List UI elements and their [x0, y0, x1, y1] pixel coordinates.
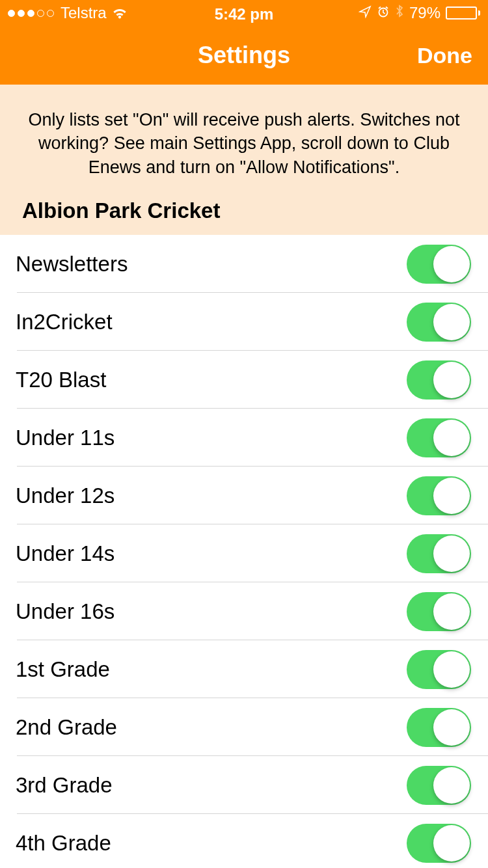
wifi-icon [111, 7, 129, 20]
battery-icon [446, 7, 480, 20]
toggle-switch[interactable] [407, 766, 471, 805]
toggle-knob [433, 362, 470, 398]
nav-bar: Settings Done [0, 26, 488, 85]
toggle-switch[interactable] [407, 360, 471, 400]
toggle-switch[interactable] [407, 534, 471, 573]
toggle-knob [433, 825, 470, 861]
toggle-knob [433, 593, 470, 630]
status-right: 79% [359, 4, 480, 22]
list-item-label: 3rd Grade [16, 773, 113, 798]
status-time: 5:42 pm [215, 5, 274, 23]
done-button[interactable]: Done [417, 43, 472, 68]
toggle-switch[interactable] [407, 650, 471, 689]
info-header: Only lists set "On" will receive push al… [0, 85, 488, 235]
battery-percent: 79% [409, 4, 441, 22]
list-item-label: Newsletters [16, 252, 128, 277]
alarm-icon [377, 4, 390, 22]
list-item-label: 1st Grade [16, 657, 110, 682]
list-item: 2nd Grade [0, 698, 488, 756]
list-item: Under 11s [0, 409, 488, 467]
carrier-label: Telstra [61, 4, 107, 22]
toggle-switch[interactable] [407, 476, 471, 515]
toggle-knob [433, 420, 470, 456]
toggle-knob [433, 767, 470, 804]
list-item: 4th Grade [0, 814, 488, 868]
list-item: T20 Blast [0, 351, 488, 409]
location-icon [359, 4, 372, 22]
info-text: Only lists set "On" will receive push al… [18, 108, 470, 179]
toggle-switch[interactable] [407, 824, 471, 863]
list-item-label: T20 Blast [16, 368, 106, 392]
toggle-switch[interactable] [407, 303, 471, 342]
list-item: Under 16s [0, 582, 488, 640]
toggle-switch[interactable] [407, 708, 471, 747]
toggle-knob [433, 536, 470, 572]
toggle-knob [433, 651, 470, 688]
list-item-label: Under 16s [16, 599, 115, 624]
bluetooth-icon [395, 4, 404, 22]
toggle-knob [433, 709, 470, 746]
page-title: Settings [198, 42, 290, 69]
toggle-switch[interactable] [407, 592, 471, 631]
toggle-knob [433, 246, 470, 282]
list-item-label: Under 12s [16, 483, 115, 508]
list-item: Under 12s [0, 467, 488, 524]
toggle-knob [433, 304, 470, 340]
status-bar: Telstra 5:42 pm 79% [0, 0, 488, 26]
list-item-label: 2nd Grade [16, 715, 117, 740]
list-item: 3rd Grade [0, 756, 488, 814]
list-item-label: Under 11s [16, 426, 115, 450]
toggle-switch[interactable] [407, 245, 471, 284]
list-item: Under 14s [0, 524, 488, 582]
list-item: 1st Grade [0, 640, 488, 698]
list-item-label: Under 14s [16, 541, 115, 566]
toggle-knob [433, 478, 470, 514]
signal-strength-icon [8, 10, 54, 17]
list-item: In2Cricket [0, 293, 488, 351]
list-item-label: In2Cricket [16, 310, 113, 334]
settings-list: NewslettersIn2CricketT20 BlastUnder 11sU… [0, 235, 488, 868]
status-left: Telstra [8, 4, 129, 22]
list-item-label: 4th Grade [16, 831, 111, 856]
list-item: Newsletters [0, 235, 488, 293]
section-title: Albion Park Cricket [18, 198, 470, 223]
toggle-switch[interactable] [407, 418, 471, 457]
